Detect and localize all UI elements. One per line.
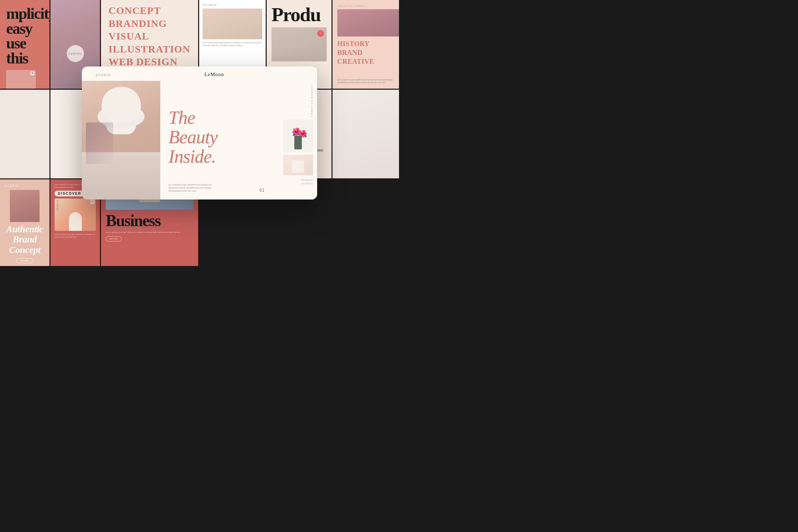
studio-body: lorem vehicula urna eget vehicula, ut tr… [203,41,262,47]
modal-card: STUDIO LeMoon The Beauty Inside. [82,66,317,200]
agency-vertical-label: Creative Agency [311,84,313,117]
modal-body: The Beauty Inside. DICTIONARY.COM UNABRI… [82,81,317,200]
modal-center-content: The Beauty Inside. DICTIONARY.COM UNABRI… [160,81,273,200]
brand-item: BRAND [337,48,399,57]
brand-woman-photo [10,190,40,222]
headline-the: The [168,108,265,128]
designer-label: Designer [301,178,313,182]
flower-vase-photo: 🌺 🌺 [283,120,313,152]
soap-shape [292,160,304,173]
product-box: × [6,70,36,89]
cell-mid-left: Creative Agency HISTORY BRAND CREATIVE D… [332,0,399,89]
studio-label-top: STUDIO [203,3,262,6]
lemoon-top-label: LeMoon [108,0,191,1]
business-caption: lorem vehicula urna eget vehicula, ut tr… [106,231,193,234]
studio-label-b3: STUDIO [5,184,19,187]
authentic-line1: Authentic [6,224,43,235]
white-woman-photo [332,90,399,178]
cell-white-woman [332,90,399,178]
cell-simplicity: mplicity easy use this × lorem vehicula … [0,0,49,89]
close-icon-2: × [90,200,94,204]
discover-caption: lorem vehicula urna eget vehicula, ut tr… [55,233,96,239]
cell-covered-1 [0,90,49,178]
modal-studio-label: STUDIO [89,70,118,79]
simplicity-text: mplicity [6,6,43,21]
headline-spacer [168,88,265,91]
red-flower-2: 🌺 [299,130,307,138]
authentic-text: Authentic Brand Concept [6,224,43,255]
mid-caption: DICTIONARY.COM UNABRIDGED BASED ON RANDO… [337,78,399,84]
towel-woman-photo [82,81,160,200]
portfolio-label-2: Portfolio [301,182,313,186]
main-headline: The Beauty Inside. [168,108,265,166]
visual-item: VISUAL [108,30,191,43]
soap-product-photo [283,155,313,175]
page-number: 01 [260,188,265,193]
concept-item: CONCEPT [108,4,191,17]
headline-inside: Inside. [168,147,265,166]
headline-beauty: Beauty [168,128,265,147]
modal-caption: DICTIONARY.COM UNABRIDGED BASED ON RANDO… [168,183,220,193]
modal-right-panel: Creative Agency 🌺 🌺 Designer Portfolio [273,81,317,200]
more-btn-b3[interactable]: MORE [16,258,33,263]
more-btn-business[interactable]: MORE [106,236,122,241]
arch-shape [69,212,82,231]
history-item: HISTORY [337,39,399,48]
portfolio-label: Designer Portfolio [301,178,313,186]
produ-text: Produ [271,5,327,25]
towel-head [102,87,141,122]
brand-circle: LeMoon [67,45,84,62]
authentic-line3: Concept [6,245,43,255]
vase-body [294,136,302,149]
modal-left-photo [82,81,160,200]
modal-lemoon-logo: LeMoon [204,72,224,77]
arch-image: × Floral [55,198,96,231]
tattoo-area [86,122,114,164]
business-text: Business [106,212,193,229]
mid-nav: HISTORY BRAND CREATIVE [337,39,399,66]
bag-photo [203,9,262,39]
branding-item: BRANDING [108,17,191,30]
authentic-line2: Brand [6,234,43,245]
agency-label-left: Creative Agency [337,5,399,7]
mid-woman-photo [337,9,399,36]
floral-label: Floral [56,200,59,211]
fashion-photo-right: P [271,27,327,61]
modal-header: STUDIO LeMoon [82,66,317,81]
easy-text: easy [6,21,43,36]
usethis-text: use this [6,36,43,65]
cell-authentic: STUDIO Authentic Brand Concept MORE [0,179,49,266]
modal-footer-row: DICTIONARY.COM UNABRIDGED BASED ON RANDO… [168,183,265,193]
illustration-item: ILLUSTRATION [108,43,191,56]
webdesign-item: WEB DESIGN [108,55,191,68]
caption-text: DICTIONARY.COM UNABRIDGED BASED ON RANDO… [168,183,220,193]
creative-item: CREATIVE [337,57,399,66]
close-icon: × [30,71,34,75]
tag-badge: P [317,30,324,37]
discover-badge: DISCOVER [55,191,85,196]
